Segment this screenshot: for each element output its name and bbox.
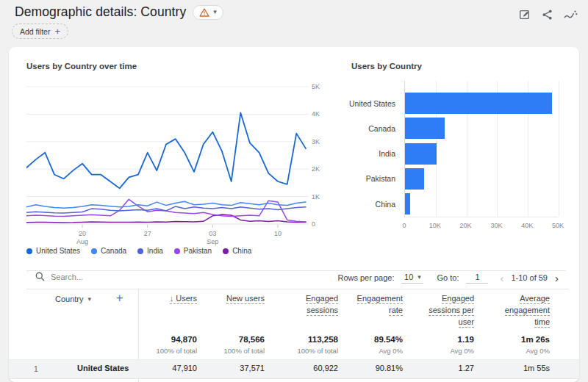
cell-value: 60,922 (313, 364, 338, 372)
legend-item-china: China (223, 247, 251, 255)
warning-triangle-icon (199, 8, 209, 17)
line-series-united-states (26, 113, 306, 189)
chevron-down-icon: ▾ (213, 9, 217, 15)
line-chart-legend: United States Canada India Pakistan Chin… (26, 247, 251, 255)
x-tick-label: 30K (485, 222, 507, 229)
y-tick-label: 5K (312, 83, 331, 90)
row-index: 1 (34, 364, 38, 373)
totals-subtext: Avg 0% (450, 347, 474, 355)
table-top-border (26, 289, 569, 289)
sort-descending-icon: ↓ (170, 294, 174, 303)
totals-value: 89.54% (374, 335, 403, 344)
column-header-engaged-sessions-per-user[interactable]: Engagedsessions peruser (429, 294, 474, 329)
x-tick-label: 40K (516, 222, 538, 229)
totals-subtext: Avg 0% (521, 347, 550, 355)
table-search (35, 272, 168, 281)
bar-china (405, 193, 410, 215)
x-tick-label: 20Aug (70, 230, 95, 246)
totals-subtext: Avg 0% (374, 347, 403, 355)
dimension-header-country[interactable]: Country ▾ (55, 295, 91, 303)
legend-dot-icon (91, 248, 97, 254)
bar-chart-title: Users by Country (351, 62, 422, 71)
totals-cell: 1.19 Avg 0% (450, 335, 474, 355)
bar-category-label: Canada (303, 124, 395, 133)
line-series-canada (26, 201, 306, 208)
legend-dot-icon (26, 248, 32, 254)
cell-value: 90.81% (376, 364, 403, 372)
legend-item-pakistan: Pakistan (174, 247, 212, 255)
report-card: Users by Country over time 5K4K3K2K1K0 2… (9, 47, 579, 382)
add-column-button[interactable]: + (116, 292, 123, 305)
column-header-engagement-rate[interactable]: Engagementrate (357, 294, 403, 317)
column-header-engaged-sessions[interactable]: Engagedsessions (306, 294, 338, 317)
bar-india (405, 143, 437, 165)
previous-page-icon[interactable]: ‹ (500, 273, 503, 284)
x-tick-label: 10K (424, 222, 446, 229)
x-tick-label: 10 (265, 230, 290, 238)
dimension-header-label: Country (55, 295, 84, 303)
insights-icon[interactable] (564, 10, 578, 21)
legend-label: India (147, 247, 163, 255)
y-tick-label: 0 (312, 220, 331, 228)
y-tick-label: 3K (312, 138, 331, 145)
row-country: United States (77, 364, 129, 372)
users-over-time-line-chart (26, 81, 309, 229)
totals-value: 1.19 (450, 335, 474, 344)
section-divider (26, 270, 566, 271)
next-page-icon[interactable]: › (555, 273, 559, 284)
bar-canada (405, 118, 445, 139)
totals-cell: 113,258 100% of total (298, 335, 338, 355)
add-filter-label: Add filter (20, 27, 50, 36)
x-tick-label: 03Sep (200, 230, 225, 246)
totals-value: 78,566 (224, 335, 265, 344)
report-toolbar (519, 9, 578, 21)
goto-page-value: 1 (475, 273, 479, 281)
legend-dot-icon (174, 248, 180, 254)
gridline (559, 81, 559, 217)
legend-label: United States (36, 247, 80, 255)
search-input[interactable] (51, 273, 168, 281)
cell-value: 1.27 (459, 364, 474, 372)
customize-report-icon[interactable] (519, 9, 531, 21)
column-header-users[interactable]: ↓Users (170, 294, 197, 306)
bar-pakistan (405, 168, 424, 190)
bar-category-label: China (303, 200, 395, 209)
rows-per-page-value: 10 (404, 273, 413, 281)
legend-label: Pakistan (184, 247, 212, 255)
bar-category-label: Pakistan (303, 174, 395, 183)
cell-value: 1m 55s (523, 364, 550, 372)
chevron-down-icon: ▾ (417, 274, 421, 281)
column-header-average-engagement-time[interactable]: Averageengagementtime (505, 294, 550, 329)
cell-value: 37,571 (240, 364, 265, 372)
legend-label: Canada (101, 247, 126, 255)
legend-label: China (232, 247, 251, 255)
sampling-warning-pill[interactable]: ▾ (193, 5, 223, 20)
goto-label: Go to: (437, 273, 459, 282)
share-icon[interactable] (542, 9, 553, 21)
add-filter-button[interactable]: Add filter + (12, 24, 68, 39)
report-header: Demographic details: Country ▾ (15, 4, 223, 20)
x-tick-label: 50K (547, 222, 569, 229)
pagination-controls: Rows per page: 10 ▾ Go to: 1 ‹ 1-10 of 5… (337, 272, 559, 284)
totals-subtext: 100% of total (157, 347, 197, 355)
legend-dot-icon (137, 248, 143, 254)
y-tick-label: 4K (312, 110, 331, 118)
search-icon (35, 272, 45, 281)
rows-per-page-select[interactable]: 10 ▾ (401, 272, 423, 284)
totals-cell: 94,870 100% of total (157, 335, 197, 355)
column-header-new-users[interactable]: New users (226, 294, 265, 306)
y-tick-label: 2K (312, 165, 331, 173)
totals-cell: 89.54% Avg 0% (374, 335, 403, 355)
legend-item-united-states: United States (26, 247, 80, 255)
x-tick-label: 27 (135, 230, 160, 238)
pagination-range: 1-10 of 59 (511, 273, 548, 282)
goto-page-input[interactable]: 1 (466, 272, 488, 284)
totals-cell: 78,566 100% of total (224, 335, 265, 355)
totals-cell: 1m 26s Avg 0% (521, 335, 550, 355)
line-chart-title: Users by Country over time (26, 62, 137, 71)
rows-per-page-label: Rows per page: (337, 273, 394, 282)
totals-value: 113,258 (298, 335, 338, 344)
totals-subtext: 100% of total (298, 347, 338, 355)
x-tick-label: 20K (455, 222, 477, 229)
legend-item-canada: Canada (91, 247, 126, 255)
